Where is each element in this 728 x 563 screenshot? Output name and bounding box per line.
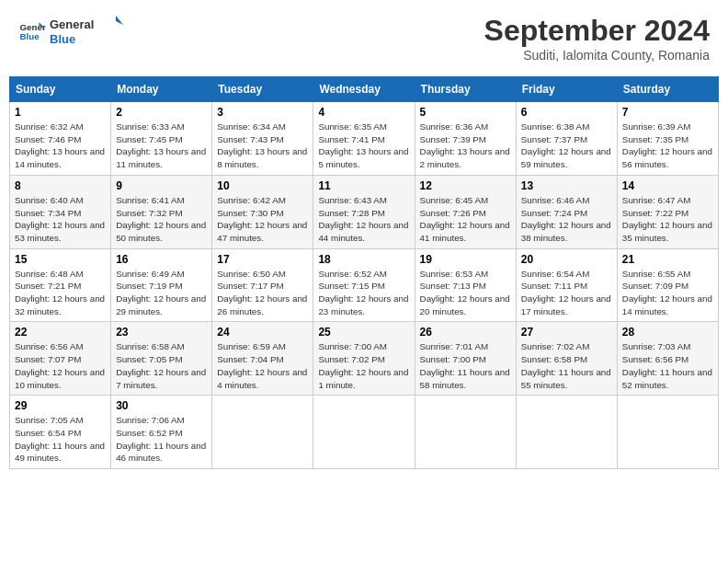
calendar-day-cell bbox=[415, 396, 516, 469]
calendar-day-cell: 24Sunrise: 6:59 AM Sunset: 7:04 PM Dayli… bbox=[212, 322, 313, 396]
page-header: General Blue General Blue September 2024… bbox=[9, 9, 719, 67]
svg-marker-5 bbox=[116, 16, 123, 25]
calendar-day-cell: 2Sunrise: 6:33 AM Sunset: 7:45 PM Daylig… bbox=[111, 102, 212, 176]
day-number: 25 bbox=[318, 326, 409, 339]
logo: General Blue General Blue bbox=[18, 14, 123, 49]
calendar-day-cell bbox=[212, 396, 313, 469]
calendar-day-cell: 26Sunrise: 7:01 AM Sunset: 7:00 PM Dayli… bbox=[415, 322, 516, 396]
day-info: Sunrise: 6:41 AM Sunset: 7:32 PM Dayligh… bbox=[116, 194, 207, 245]
calendar-day-cell: 12Sunrise: 6:45 AM Sunset: 7:26 PM Dayli… bbox=[415, 175, 516, 248]
calendar-week-5: 29Sunrise: 7:05 AM Sunset: 6:54 PM Dayli… bbox=[10, 396, 719, 469]
svg-text:General: General bbox=[50, 17, 94, 31]
day-info: Sunrise: 6:39 AM Sunset: 7:35 PM Dayligh… bbox=[622, 121, 713, 171]
day-info: Sunrise: 6:45 AM Sunset: 7:26 PM Dayligh… bbox=[420, 194, 511, 245]
day-number: 18 bbox=[318, 253, 409, 266]
calendar-table: SundayMondayTuesdayWednesdayThursdayFrid… bbox=[9, 76, 719, 469]
calendar-week-4: 22Sunrise: 6:56 AM Sunset: 7:07 PM Dayli… bbox=[10, 322, 719, 396]
calendar-day-cell: 14Sunrise: 6:47 AM Sunset: 7:22 PM Dayli… bbox=[617, 175, 718, 248]
calendar-day-cell: 23Sunrise: 6:58 AM Sunset: 7:05 PM Dayli… bbox=[111, 322, 212, 396]
day-number: 8 bbox=[15, 179, 106, 192]
column-header-tuesday: Tuesday bbox=[212, 77, 313, 102]
column-header-thursday: Thursday bbox=[415, 77, 516, 102]
day-info: Sunrise: 6:46 AM Sunset: 7:24 PM Dayligh… bbox=[521, 194, 612, 245]
day-info: Sunrise: 6:35 AM Sunset: 7:41 PM Dayligh… bbox=[318, 121, 409, 171]
calendar-day-cell: 6Sunrise: 6:38 AM Sunset: 7:37 PM Daylig… bbox=[516, 102, 617, 176]
day-info: Sunrise: 6:48 AM Sunset: 7:21 PM Dayligh… bbox=[15, 268, 106, 318]
day-info: Sunrise: 7:02 AM Sunset: 6:58 PM Dayligh… bbox=[521, 340, 612, 391]
day-number: 24 bbox=[217, 326, 308, 339]
day-number: 14 bbox=[622, 179, 713, 192]
calendar-header-row: SundayMondayTuesdayWednesdayThursdayFrid… bbox=[10, 77, 719, 102]
calendar-day-cell: 15Sunrise: 6:48 AM Sunset: 7:21 PM Dayli… bbox=[10, 248, 111, 322]
calendar-day-cell bbox=[516, 396, 617, 469]
day-number: 27 bbox=[521, 326, 612, 339]
calendar-week-3: 15Sunrise: 6:48 AM Sunset: 7:21 PM Dayli… bbox=[10, 248, 719, 322]
day-number: 6 bbox=[521, 106, 612, 119]
logo-text: General Blue bbox=[50, 14, 123, 49]
day-number: 17 bbox=[217, 253, 308, 266]
column-header-saturday: Saturday bbox=[617, 77, 718, 102]
day-info: Sunrise: 6:43 AM Sunset: 7:28 PM Dayligh… bbox=[318, 194, 409, 245]
day-info: Sunrise: 6:47 AM Sunset: 7:22 PM Dayligh… bbox=[622, 194, 713, 245]
day-info: Sunrise: 6:59 AM Sunset: 7:04 PM Dayligh… bbox=[217, 340, 308, 391]
logo-icon: General Blue bbox=[18, 17, 46, 45]
calendar-day-cell: 22Sunrise: 6:56 AM Sunset: 7:07 PM Dayli… bbox=[10, 322, 111, 396]
title-block: September 2024 Suditi, Ialomita County, … bbox=[484, 14, 710, 63]
day-number: 5 bbox=[420, 106, 511, 119]
day-number: 10 bbox=[217, 179, 308, 192]
day-number: 2 bbox=[116, 106, 207, 119]
calendar-day-cell: 1Sunrise: 6:32 AM Sunset: 7:46 PM Daylig… bbox=[10, 102, 111, 176]
day-number: 30 bbox=[116, 399, 207, 412]
day-number: 22 bbox=[15, 326, 106, 339]
day-info: Sunrise: 6:56 AM Sunset: 7:07 PM Dayligh… bbox=[15, 340, 106, 391]
day-info: Sunrise: 6:53 AM Sunset: 7:13 PM Dayligh… bbox=[420, 268, 511, 318]
column-header-sunday: Sunday bbox=[10, 77, 111, 102]
calendar-day-cell: 16Sunrise: 6:49 AM Sunset: 7:19 PM Dayli… bbox=[111, 248, 212, 322]
calendar-day-cell: 30Sunrise: 7:06 AM Sunset: 6:52 PM Dayli… bbox=[111, 396, 212, 469]
calendar-day-cell: 4Sunrise: 6:35 AM Sunset: 7:41 PM Daylig… bbox=[313, 102, 415, 176]
day-number: 13 bbox=[521, 179, 612, 192]
day-info: Sunrise: 6:50 AM Sunset: 7:17 PM Dayligh… bbox=[217, 268, 308, 318]
day-info: Sunrise: 7:00 AM Sunset: 7:02 PM Dayligh… bbox=[318, 340, 409, 391]
day-info: Sunrise: 7:06 AM Sunset: 6:52 PM Dayligh… bbox=[116, 414, 207, 465]
day-number: 15 bbox=[15, 253, 106, 266]
day-number: 23 bbox=[116, 326, 207, 339]
day-info: Sunrise: 6:42 AM Sunset: 7:30 PM Dayligh… bbox=[217, 194, 308, 245]
month-title: September 2024 bbox=[484, 14, 710, 48]
location-subtitle: Suditi, Ialomita County, Romania bbox=[484, 48, 710, 63]
day-info: Sunrise: 6:36 AM Sunset: 7:39 PM Dayligh… bbox=[420, 121, 511, 171]
calendar-day-cell: 9Sunrise: 6:41 AM Sunset: 7:32 PM Daylig… bbox=[111, 175, 212, 248]
calendar-day-cell: 29Sunrise: 7:05 AM Sunset: 6:54 PM Dayli… bbox=[10, 396, 111, 469]
calendar-week-2: 8Sunrise: 6:40 AM Sunset: 7:34 PM Daylig… bbox=[10, 175, 719, 248]
calendar-day-cell: 17Sunrise: 6:50 AM Sunset: 7:17 PM Dayli… bbox=[212, 248, 313, 322]
calendar-week-1: 1Sunrise: 6:32 AM Sunset: 7:46 PM Daylig… bbox=[10, 102, 719, 176]
column-header-wednesday: Wednesday bbox=[313, 77, 415, 102]
calendar-day-cell: 8Sunrise: 6:40 AM Sunset: 7:34 PM Daylig… bbox=[10, 175, 111, 248]
day-number: 20 bbox=[521, 253, 612, 266]
day-info: Sunrise: 6:58 AM Sunset: 7:05 PM Dayligh… bbox=[116, 340, 207, 391]
day-info: Sunrise: 6:54 AM Sunset: 7:11 PM Dayligh… bbox=[521, 268, 612, 318]
day-number: 28 bbox=[622, 326, 713, 339]
day-number: 4 bbox=[318, 106, 409, 119]
day-number: 3 bbox=[217, 106, 308, 119]
day-info: Sunrise: 6:55 AM Sunset: 7:09 PM Dayligh… bbox=[622, 268, 713, 318]
day-number: 1 bbox=[15, 106, 106, 119]
day-number: 11 bbox=[318, 179, 409, 192]
svg-text:Blue: Blue bbox=[50, 32, 75, 46]
calendar-day-cell: 13Sunrise: 6:46 AM Sunset: 7:24 PM Dayli… bbox=[516, 175, 617, 248]
day-info: Sunrise: 7:05 AM Sunset: 6:54 PM Dayligh… bbox=[15, 414, 106, 465]
day-info: Sunrise: 6:38 AM Sunset: 7:37 PM Dayligh… bbox=[521, 121, 612, 171]
column-header-monday: Monday bbox=[111, 77, 212, 102]
calendar-day-cell: 27Sunrise: 7:02 AM Sunset: 6:58 PM Dayli… bbox=[516, 322, 617, 396]
calendar-day-cell: 19Sunrise: 6:53 AM Sunset: 7:13 PM Dayli… bbox=[415, 248, 516, 322]
day-number: 19 bbox=[420, 253, 511, 266]
day-number: 12 bbox=[420, 179, 511, 192]
calendar-day-cell: 10Sunrise: 6:42 AM Sunset: 7:30 PM Dayli… bbox=[212, 175, 313, 248]
day-number: 16 bbox=[116, 253, 207, 266]
calendar-day-cell: 3Sunrise: 6:34 AM Sunset: 7:43 PM Daylig… bbox=[212, 102, 313, 176]
day-info: Sunrise: 6:40 AM Sunset: 7:34 PM Dayligh… bbox=[15, 194, 106, 245]
day-info: Sunrise: 7:01 AM Sunset: 7:00 PM Dayligh… bbox=[420, 340, 511, 391]
calendar-day-cell: 28Sunrise: 7:03 AM Sunset: 6:56 PM Dayli… bbox=[617, 322, 718, 396]
calendar-day-cell: 5Sunrise: 6:36 AM Sunset: 7:39 PM Daylig… bbox=[415, 102, 516, 176]
day-number: 9 bbox=[116, 179, 207, 192]
